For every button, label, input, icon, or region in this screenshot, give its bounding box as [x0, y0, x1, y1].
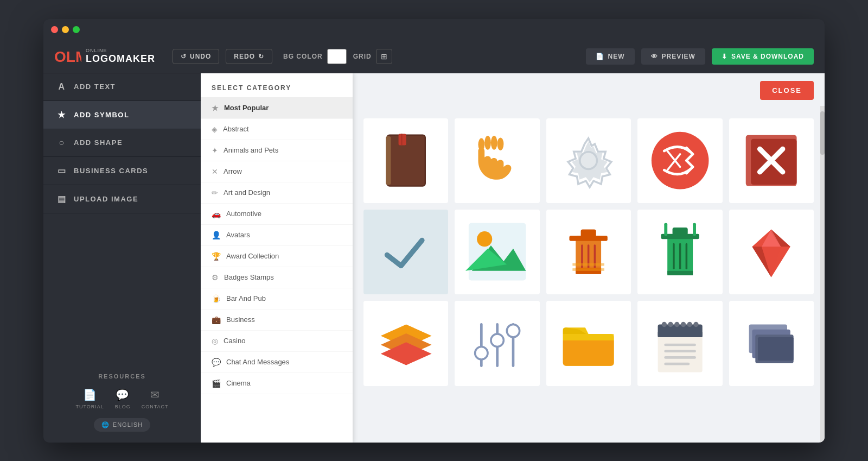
- language-button[interactable]: 🌐 ENGLISH: [94, 418, 150, 432]
- svg-rect-19: [469, 223, 526, 281]
- bg-color-label: BG COLOR: [283, 53, 323, 60]
- maximize-traffic-light[interactable]: [73, 26, 80, 33]
- shuffle-icon: [648, 129, 712, 192]
- category-item-avatars[interactable]: 👤 Avatars: [201, 225, 353, 246]
- svg-rect-68: [664, 363, 690, 365]
- traffic-lights: [51, 26, 80, 33]
- category-item-award-collection[interactable]: 🏆 Award Collection: [201, 246, 353, 267]
- badges-cat-icon: ⚙: [212, 273, 219, 282]
- save-download-button[interactable]: ⬇ SAVE & DOWNLOAD: [712, 48, 814, 65]
- preview-button[interactable]: 👁 PREVIEW: [641, 48, 705, 65]
- icon-card-shuffle[interactable]: [637, 118, 722, 203]
- icon-card-trash-green[interactable]: [637, 210, 722, 294]
- close-traffic-light[interactable]: [51, 26, 58, 33]
- category-item-casino[interactable]: ◎ Casino: [201, 331, 353, 352]
- content-scrollbar-thumb: [820, 111, 825, 155]
- sidebar-item-add-symbol[interactable]: ★ ADD SYMBOL: [43, 101, 201, 129]
- contact-icon: ✉: [150, 388, 160, 401]
- sidebar-item-business-cards[interactable]: ▭ BUSINESS CARDS: [43, 157, 201, 185]
- bar-cat-icon: 🍺: [212, 294, 221, 303]
- icon-card-checkmark[interactable]: [363, 210, 448, 294]
- svg-point-6: [478, 138, 484, 151]
- svg-point-20: [477, 232, 492, 247]
- content-scrollbar-track[interactable]: [820, 106, 825, 443]
- category-item-chat-messages[interactable]: 💬 Chat And Messages: [201, 352, 353, 373]
- svg-rect-55: [563, 334, 614, 340]
- svg-rect-34: [672, 228, 687, 236]
- redo-icon: ↻: [258, 53, 264, 60]
- category-item-art-design[interactable]: ✏ Art and Design: [201, 182, 353, 204]
- animals-pets-label: Animals and Pets: [224, 146, 278, 154]
- svg-point-62: [681, 322, 686, 327]
- category-item-abstract[interactable]: ◈ Abstract: [201, 119, 353, 140]
- add-shape-label: ADD SHAPE: [74, 138, 123, 147]
- add-symbol-label: ADD SYMBOL: [74, 111, 129, 119]
- sidebar-item-add-shape[interactable]: ○ ADD SHAPE: [43, 129, 201, 157]
- minimize-traffic-light[interactable]: [62, 26, 69, 33]
- svg-point-7: [484, 136, 491, 150]
- diamond-icon: [739, 220, 803, 283]
- icon-card-windows[interactable]: [729, 301, 814, 386]
- icon-card-trash-orange[interactable]: [546, 210, 631, 294]
- undo-label: UNDO: [190, 53, 211, 60]
- svg-rect-38: [667, 271, 693, 275]
- svg-point-53: [491, 334, 503, 346]
- svg-point-9: [497, 137, 504, 150]
- close-button[interactable]: CLOSE: [760, 81, 814, 100]
- category-header: SELECT CATEGORY: [201, 73, 353, 98]
- upload-icon: ▤: [56, 194, 67, 204]
- sidebar-item-add-text[interactable]: A ADD TEXT: [43, 73, 201, 101]
- icon-card-gear[interactable]: [546, 118, 631, 203]
- new-button[interactable]: 📄 NEW: [586, 48, 635, 65]
- category-item-badges-stamps[interactable]: ⚙ Badges Stamps: [201, 267, 353, 288]
- category-item-most-popular[interactable]: ★ Most Popular: [201, 98, 353, 119]
- business-label: Business: [226, 315, 255, 324]
- icon-card-landscape[interactable]: [455, 210, 539, 294]
- category-item-automotive[interactable]: 🚗 Automotive: [201, 204, 353, 225]
- icon-card-folder[interactable]: [546, 301, 631, 386]
- category-panel: SELECT CATEGORY ★ Most Popular ◈ Abstrac…: [201, 73, 353, 443]
- icon-card-close-square[interactable]: [729, 118, 814, 203]
- art-cat-icon: ✏: [212, 188, 218, 197]
- contact-link[interactable]: ✉ CONTACT: [142, 388, 169, 409]
- category-item-cinema[interactable]: 🎬 Cinema: [201, 373, 353, 394]
- svg-rect-30: [573, 263, 605, 266]
- category-item-business[interactable]: 💼 Business: [201, 310, 353, 331]
- svg-rect-5: [401, 134, 402, 145]
- bg-color-swatch[interactable]: [327, 49, 347, 64]
- svg-rect-40: [693, 223, 696, 236]
- tutorial-link[interactable]: 📄 TUTORIAL: [75, 388, 104, 409]
- new-label: NEW: [608, 53, 625, 60]
- svg-rect-67: [664, 356, 696, 359]
- abstract-cat-icon: ◈: [212, 125, 218, 134]
- svg-point-54: [507, 324, 519, 337]
- svg-point-60: [668, 322, 673, 327]
- avatars-cat-icon: 👤: [212, 231, 221, 239]
- hand-icon: [465, 129, 529, 192]
- most-popular-label: Most Popular: [224, 104, 269, 112]
- icon-card-hand[interactable]: [455, 118, 539, 203]
- icon-card-book[interactable]: [363, 118, 448, 203]
- automotive-label: Automotive: [226, 210, 261, 218]
- icon-card-sliders[interactable]: [455, 301, 539, 386]
- blog-link[interactable]: 💬 BLOG: [115, 388, 131, 409]
- text-icon: A: [56, 82, 67, 92]
- category-item-bar-pub[interactable]: 🍺 Bar And Pub: [201, 288, 353, 310]
- award-collection-label: Award Collection: [226, 252, 279, 260]
- category-item-animals-pets[interactable]: ✦ Animals and Pets: [201, 140, 353, 161]
- sidebar-item-upload-image[interactable]: ▤ UPLOAD IMAGE: [43, 185, 201, 213]
- casino-cat-icon: ◎: [212, 337, 218, 345]
- redo-button[interactable]: REDO ↻: [226, 49, 272, 64]
- icon-card-notebook[interactable]: [637, 301, 722, 386]
- grid-button[interactable]: ⊞: [376, 49, 392, 64]
- svg-rect-66: [664, 350, 696, 352]
- undo-button[interactable]: ↺ UNDO: [173, 49, 219, 64]
- bar-pub-label: Bar And Pub: [226, 294, 266, 302]
- trash-green-icon: [648, 220, 712, 283]
- icon-card-layers[interactable]: [363, 301, 448, 386]
- svg-rect-39: [664, 223, 667, 236]
- preview-icon: 👁: [651, 53, 658, 60]
- bg-color-section: BG COLOR: [283, 49, 347, 64]
- category-item-arrow[interactable]: ✕ Arrow: [201, 161, 353, 182]
- icon-card-diamond[interactable]: [729, 210, 814, 294]
